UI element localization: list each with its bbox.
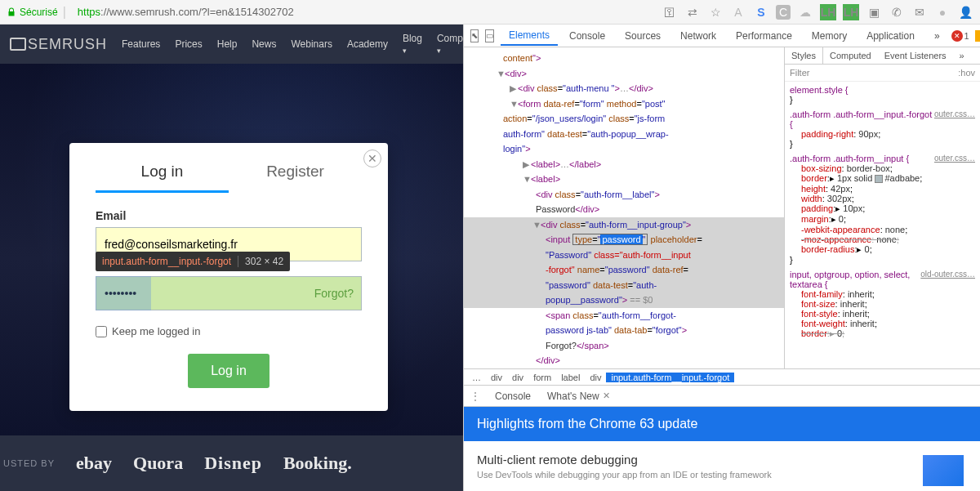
logo-icon	[10, 38, 26, 51]
auth-form: Email input.auth-form__input.-forgot 302…	[69, 193, 388, 411]
bc-label[interactable]: label	[556, 373, 585, 382]
chrome-logo-icon	[923, 455, 964, 486]
drawer-content: Multi-client remote debugging Use DevToo…	[464, 441, 980, 491]
secure-badge: Sécurisé	[7, 7, 58, 18]
url-protocol: https	[78, 6, 100, 18]
ext-a-icon[interactable]: A	[730, 4, 746, 20]
brand-disney: Disnep	[204, 453, 262, 474]
browser-extension-icons: ⚿ ⇄ ☆ A S C ☁ LH LH ▣ ✆ ✉ ● 👤	[662, 4, 973, 20]
translate-icon[interactable]: ⇄	[684, 4, 701, 20]
keep-checkbox[interactable]	[96, 326, 107, 337]
email-label: Email	[96, 209, 362, 222]
ext-dot-icon[interactable]: ●	[934, 4, 951, 20]
auth-modal: ✕ Log in Register Email input.auth-form_…	[69, 143, 388, 411]
devtab-memory[interactable]: Memory	[804, 27, 855, 45]
drawer-subtext: Use DevTools while debugging your app fr…	[477, 470, 967, 480]
nav-news[interactable]: News	[252, 38, 276, 50]
trusted-by-bar: USTED BY ebay Quora Disnep Booking.	[0, 435, 463, 491]
brand-quora: Quora	[133, 453, 183, 474]
error-icon: ✕	[951, 30, 963, 42]
close-icon[interactable]: ✕	[363, 150, 381, 167]
nav-company[interactable]: Company	[437, 33, 463, 56]
auth-tabs: Log in Register	[69, 143, 388, 193]
ext-c-icon[interactable]: C	[776, 5, 791, 20]
url-bar[interactable]: https://www.semrush.com/?l=en&1514302702	[78, 6, 662, 18]
drawer-tabs: ⋮ Console What's New ✕	[464, 386, 980, 407]
bc-form[interactable]: form	[528, 373, 556, 382]
inspector-tooltip: input.auth-form__input.-forgot 302 × 42	[96, 252, 290, 271]
devtools-header: ⬉ ▭ Elements Console Sources Network Per…	[464, 25, 980, 47]
devtools-body: content"> ▼<div> ▶<div class="auth-menu …	[464, 47, 980, 368]
tab-login[interactable]: Log in	[96, 163, 229, 193]
error-counter[interactable]: ✕1 !	[951, 30, 980, 42]
trusted-label: USTED BY	[3, 458, 55, 468]
tooltip-selector: input.auth-form__input.-forgot	[102, 256, 231, 267]
url-path: ://www.semrush.com/?l=en&1514302702	[100, 6, 294, 18]
styles-tab-more[interactable]: »	[953, 47, 971, 64]
tooltip-dimensions: 302 × 42	[238, 256, 283, 267]
forgot-link[interactable]: Forgot?	[314, 276, 354, 310]
css-rules[interactable]: element.style {} outer.css….auth-form .a…	[785, 82, 980, 368]
logo[interactable]: SEMRUSH	[10, 36, 107, 53]
bc-div3[interactable]: div	[585, 373, 606, 382]
user-icon[interactable]: 👤	[957, 4, 973, 20]
ext-s-icon[interactable]: S	[753, 4, 769, 20]
secure-label: Sécurisé	[20, 7, 58, 18]
nav-blog[interactable]: Blog	[403, 33, 422, 56]
styles-tab-computed[interactable]: Computed	[823, 47, 878, 64]
bc-div1[interactable]: div	[486, 373, 507, 382]
main-content: SEMRUSH Features Prices Help News Webina…	[0, 25, 980, 491]
page-viewport: SEMRUSH Features Prices Help News Webina…	[0, 25, 463, 491]
drawer-tab-console[interactable]: Console	[487, 387, 539, 405]
dom-breadcrumb[interactable]: … div div form label div input.auth-form…	[464, 368, 980, 385]
nav-webinars[interactable]: Webinars	[291, 38, 332, 50]
keep-label: Keep me logged in	[112, 325, 200, 337]
brand-booking: Booking.	[283, 453, 352, 474]
dom-tree[interactable]: content"> ▼<div> ▶<div class="auth-menu …	[464, 47, 784, 368]
device-icon[interactable]: ▭	[485, 29, 494, 42]
browser-address-bar: Sécurisé | https://www.semrush.com/?l=en…	[0, 0, 980, 25]
inspect-icon[interactable]: ⬉	[470, 29, 479, 42]
lock-icon	[7, 7, 16, 17]
ext-lh2-icon[interactable]: LH	[843, 4, 859, 20]
phone-icon[interactable]: ✆	[889, 4, 905, 20]
nav-help[interactable]: Help	[217, 38, 238, 50]
drawer-menu-icon[interactable]: ⋮	[464, 391, 487, 402]
tab-register[interactable]: Register	[229, 163, 362, 193]
devtools-panel: ⬉ ▭ Elements Console Sources Network Per…	[463, 25, 980, 491]
chat-icon[interactable]: ✉	[911, 4, 928, 20]
cloud-icon[interactable]: ☁	[797, 4, 813, 20]
devtab-more[interactable]: »	[926, 27, 948, 45]
close-tab-icon[interactable]: ✕	[603, 391, 610, 401]
site-nav: SEMRUSH Features Prices Help News Webina…	[0, 25, 463, 64]
styles-tab-styles[interactable]: Styles	[785, 47, 823, 64]
devtab-console[interactable]: Console	[561, 27, 613, 45]
bc-div2[interactable]: div	[507, 373, 528, 382]
styles-tabs: Styles Computed Event Listeners »	[785, 47, 980, 65]
devtab-sources[interactable]: Sources	[617, 27, 669, 45]
key-icon[interactable]: ⚿	[662, 4, 678, 20]
highlights-banner: Highlights from the Chrome 63 update	[464, 407, 980, 441]
devtools-drawer: ⋮ Console What's New ✕ Highlights from t…	[464, 385, 980, 491]
warn-icon: !	[975, 30, 980, 42]
devtab-network[interactable]: Network	[672, 27, 724, 45]
styles-tab-events[interactable]: Event Listeners	[878, 47, 953, 64]
cast-icon[interactable]: ▣	[866, 4, 882, 20]
keep-logged-in[interactable]: Keep me logged in	[96, 325, 362, 337]
login-button[interactable]: Log in	[188, 354, 270, 388]
drawer-heading: Multi-client remote debugging	[477, 453, 967, 466]
drawer-tab-whatsnew[interactable]: What's New ✕	[539, 387, 618, 405]
devtab-application[interactable]: Application	[858, 27, 923, 45]
brand-ebay: ebay	[76, 453, 112, 474]
styles-panel: Styles Computed Event Listeners » Filter…	[784, 47, 980, 368]
bc-root[interactable]: …	[467, 373, 486, 382]
nav-features[interactable]: Features	[122, 38, 160, 50]
nav-prices[interactable]: Prices	[175, 38, 202, 50]
devtab-elements[interactable]: Elements	[501, 26, 558, 46]
ext-lh1-icon[interactable]: LH	[820, 4, 836, 20]
styles-filter[interactable]: Filter:hov	[785, 65, 980, 82]
nav-academy[interactable]: Academy	[347, 38, 388, 50]
bc-input[interactable]: input.auth-form__input.-forgot	[606, 373, 734, 382]
devtab-performance[interactable]: Performance	[728, 27, 800, 45]
star-icon[interactable]: ☆	[707, 4, 724, 20]
